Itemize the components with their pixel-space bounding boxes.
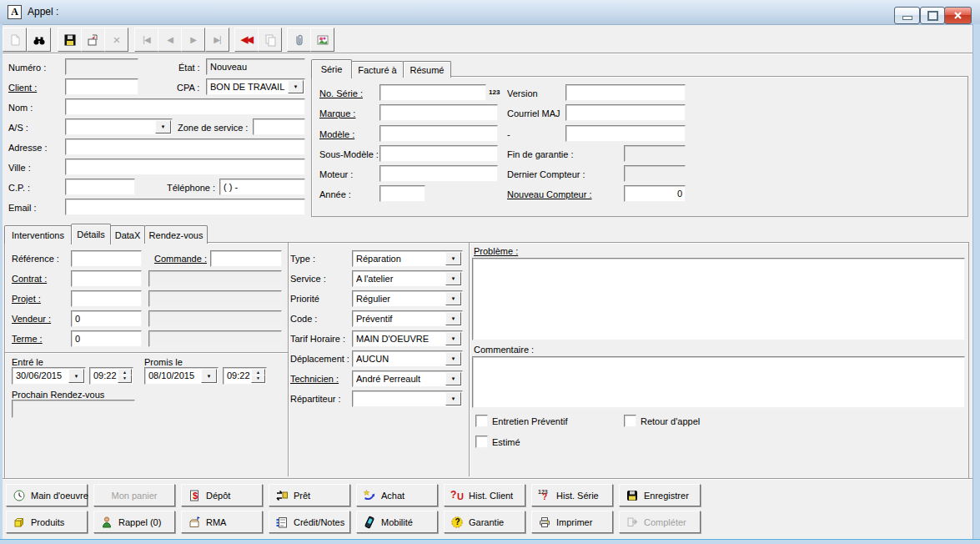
courriel-maj2-field[interactable] bbox=[565, 125, 686, 142]
no-serie-field[interactable] bbox=[379, 84, 486, 101]
delete-button[interactable]: × bbox=[104, 28, 128, 52]
estime-checkbox[interactable] bbox=[475, 436, 488, 448]
contrat-field[interactable] bbox=[71, 270, 142, 287]
terme-label[interactable]: Terme : bbox=[12, 334, 43, 344]
modele-label[interactable]: Modèle : bbox=[319, 129, 354, 139]
export-button[interactable] bbox=[81, 28, 105, 52]
cp-field[interactable] bbox=[65, 179, 135, 195]
tab-datax[interactable]: DataX bbox=[110, 225, 145, 244]
tab-facture-a[interactable]: Facturé à bbox=[351, 61, 404, 78]
promis-date-picker[interactable]: 08/10/2015 ▼ bbox=[144, 367, 219, 385]
zone-service-field[interactable] bbox=[253, 118, 305, 135]
deplacement-select[interactable]: AUCUN ▼ bbox=[352, 350, 463, 367]
chevron-down-icon[interactable]: ▼ bbox=[445, 392, 461, 405]
nav-last-button[interactable]: ▶| bbox=[205, 28, 229, 52]
maximize-button[interactable] bbox=[920, 7, 945, 24]
main-doeuvre-button[interactable]: Main d'oeuvre bbox=[6, 484, 88, 506]
probleme-textarea[interactable] bbox=[472, 258, 965, 340]
commande-field[interactable] bbox=[210, 250, 282, 267]
projet-field[interactable] bbox=[71, 290, 142, 307]
chevron-down-icon[interactable]: ▼ bbox=[445, 372, 461, 385]
service-select[interactable]: A l'atelier ▼ bbox=[352, 270, 463, 287]
achat-button[interactable]: Achat bbox=[356, 484, 438, 506]
cpa-select[interactable]: BON DE TRAVAIL ▼ bbox=[206, 78, 305, 95]
save-toolbar-button[interactable] bbox=[58, 28, 82, 52]
minimize-button[interactable] bbox=[894, 7, 920, 24]
moteur-field[interactable] bbox=[379, 165, 498, 182]
numero-field[interactable] bbox=[65, 58, 138, 75]
entre-date-picker[interactable]: 30/06/2015 ▼ bbox=[12, 367, 86, 385]
vendeur-field[interactable]: 0 bbox=[71, 310, 142, 327]
code-select[interactable]: Préventif ▼ bbox=[352, 310, 463, 327]
commande-label[interactable]: Commande : bbox=[154, 254, 207, 264]
chevron-down-icon[interactable]: ▼ bbox=[445, 272, 461, 285]
rappel-button[interactable]: Rappel (0) bbox=[93, 511, 175, 533]
chevron-down-icon[interactable]: ▼ bbox=[68, 369, 84, 383]
tarif-horaire-select[interactable]: MAIN D'OEUVRE ▼ bbox=[352, 330, 463, 347]
chevron-down-icon[interactable]: ▼ bbox=[288, 80, 304, 93]
tab-resume[interactable]: Résumé bbox=[403, 61, 451, 78]
copy-button[interactable] bbox=[258, 28, 282, 52]
adresse-field[interactable] bbox=[65, 139, 305, 155]
commentaire-textarea[interactable] bbox=[472, 356, 965, 408]
imprimer-button[interactable]: Imprimer bbox=[531, 511, 613, 533]
marque-field[interactable] bbox=[379, 104, 498, 121]
no-serie-label[interactable]: No. Série : bbox=[319, 88, 363, 98]
mon-panier-button[interactable]: Mon panier bbox=[93, 484, 175, 506]
promis-time-spinner[interactable]: 09:22 ▲ ▼ bbox=[223, 367, 267, 385]
rewind-button[interactable]: ◀◀ bbox=[234, 28, 259, 52]
close-button[interactable] bbox=[944, 7, 972, 24]
tab-details[interactable]: Détails bbox=[71, 224, 111, 244]
entretien-preventif-checkbox[interactable] bbox=[475, 415, 488, 427]
email-field[interactable] bbox=[65, 199, 305, 215]
chevron-down-icon[interactable]: ▼ bbox=[201, 369, 217, 383]
client-label[interactable]: Client : bbox=[8, 83, 37, 93]
nom-field[interactable] bbox=[65, 98, 305, 115]
depot-button[interactable]: $ Dépôt bbox=[181, 484, 263, 506]
sous-modele-field[interactable] bbox=[379, 145, 498, 162]
garantie-button[interactable]: ? Garantie bbox=[444, 511, 525, 533]
tab-serie[interactable]: Série bbox=[311, 59, 352, 78]
chevron-down-icon[interactable]: ▼ bbox=[445, 332, 461, 345]
completer-button[interactable]: Compléter bbox=[619, 511, 701, 533]
hist-client-button[interactable]: ?U Hist. Client bbox=[444, 484, 525, 506]
marque-label[interactable]: Marque : bbox=[319, 108, 355, 118]
reference-field[interactable] bbox=[71, 250, 142, 267]
produits-button[interactable]: Produits bbox=[6, 511, 88, 533]
rma-button[interactable]: RMA bbox=[181, 511, 263, 533]
entre-time-spinner[interactable]: 09:22 ▲ ▼ bbox=[89, 367, 133, 385]
chevron-down-icon[interactable]: ▼ bbox=[445, 312, 461, 325]
version-field[interactable] bbox=[565, 84, 686, 101]
new-button[interactable] bbox=[3, 28, 27, 52]
nouveau-compteur-label[interactable]: Nouveau Compteur : bbox=[507, 189, 592, 199]
projet-label[interactable]: Projet : bbox=[12, 294, 41, 304]
telephone-field[interactable]: ( ) - bbox=[219, 179, 305, 195]
priorite-select[interactable]: Régulier ▼ bbox=[352, 290, 463, 307]
retour-appel-checkbox[interactable] bbox=[624, 415, 636, 427]
ville-field[interactable] bbox=[65, 159, 305, 175]
search-button[interactable] bbox=[27, 28, 51, 52]
annee-field[interactable] bbox=[379, 185, 425, 202]
hist-serie-button[interactable]: 123? Hist. Série bbox=[531, 484, 613, 506]
enregistrer-button[interactable]: Enregistrer bbox=[619, 484, 701, 506]
title-bar[interactable]: A Appel : bbox=[0, 0, 980, 25]
nouveau-compteur-field[interactable]: 0 bbox=[624, 185, 686, 202]
type-select[interactable]: Réparation ▼ bbox=[352, 250, 463, 267]
send-image-button[interactable] bbox=[310, 28, 334, 52]
chevron-down-icon[interactable]: ▼ bbox=[445, 352, 461, 365]
credit-notes-button[interactable]: Crédit/Notes bbox=[269, 511, 350, 533]
chevron-down-icon[interactable]: ▼ bbox=[445, 292, 461, 305]
tab-rendez-vous[interactable]: Rendez-vous bbox=[144, 225, 208, 244]
pret-button[interactable]: Prêt bbox=[269, 484, 350, 506]
tab-interventions[interactable]: Interventions bbox=[4, 225, 72, 244]
nav-prev-button[interactable]: ◀ bbox=[158, 28, 182, 52]
courriel-maj-field[interactable] bbox=[565, 104, 686, 121]
technicien-select[interactable]: André Perreault ▼ bbox=[352, 370, 463, 387]
as-select[interactable]: ▼ bbox=[65, 118, 173, 135]
spin-down-icon[interactable]: ▼ bbox=[118, 375, 132, 383]
technicien-label[interactable]: Technicien : bbox=[290, 374, 339, 384]
probleme-label[interactable]: Problème : bbox=[474, 246, 518, 256]
vendeur-label[interactable]: Vendeur : bbox=[12, 314, 51, 324]
nav-first-button[interactable]: |◀ bbox=[134, 28, 158, 52]
terme-field[interactable]: 0 bbox=[71, 330, 142, 347]
